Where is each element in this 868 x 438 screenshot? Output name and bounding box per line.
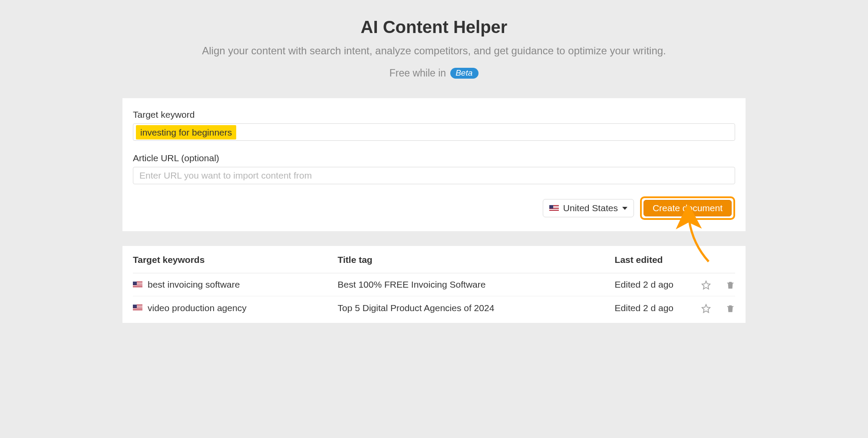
- create-document-button[interactable]: Create document: [644, 200, 732, 216]
- country-select-label: United States: [563, 203, 618, 213]
- us-flag-icon: [133, 282, 142, 288]
- create-document-highlight: Create document: [640, 196, 735, 220]
- col-header-keywords: Target keywords: [133, 246, 338, 273]
- free-while-in-line: Free while in Beta: [389, 67, 479, 79]
- svg-marker-1: [702, 305, 710, 312]
- row-title: Best 100% FREE Invoicing Software: [338, 273, 615, 296]
- article-url-label: Article URL (optional): [133, 153, 735, 163]
- col-header-edited: Last edited: [615, 246, 687, 273]
- input-card: Target keyword investing for beginners A…: [122, 98, 746, 231]
- beta-badge: Beta: [450, 68, 479, 79]
- target-keyword-input[interactable]: investing for beginners: [133, 123, 735, 141]
- star-icon[interactable]: [701, 280, 711, 290]
- trash-icon[interactable]: [726, 304, 735, 313]
- us-flag-icon: [133, 305, 142, 311]
- target-keyword-value: investing for beginners: [136, 125, 236, 139]
- col-header-title: Title tag: [338, 246, 615, 273]
- star-icon[interactable]: [701, 304, 711, 313]
- row-keyword: best invoicing software: [148, 279, 240, 290]
- trash-icon[interactable]: [726, 280, 735, 290]
- row-keyword: video production agency: [148, 303, 247, 313]
- table-row[interactable]: best invoicing software Best 100% FREE I…: [133, 273, 735, 296]
- article-url-input[interactable]: [133, 167, 735, 184]
- chevron-down-icon: [622, 207, 627, 210]
- target-keyword-label: Target keyword: [133, 110, 735, 120]
- row-edited: Edited 2 d ago: [615, 273, 687, 296]
- country-select[interactable]: United States: [543, 199, 634, 217]
- documents-table-card: Target keywords Title tag Last edited be…: [122, 246, 746, 323]
- row-edited: Edited 2 d ago: [615, 296, 687, 319]
- us-flag-icon: [549, 205, 559, 212]
- documents-table: Target keywords Title tag Last edited be…: [133, 246, 735, 319]
- free-line-text: Free while in: [389, 67, 446, 79]
- table-row[interactable]: video production agency Top 5 Digital Pr…: [133, 296, 735, 319]
- page-subtitle: Align your content with search intent, a…: [122, 45, 746, 57]
- row-title: Top 5 Digital Product Agencies of 2024: [338, 296, 615, 319]
- svg-marker-0: [702, 281, 710, 289]
- page-title: AI Content Helper: [122, 17, 746, 37]
